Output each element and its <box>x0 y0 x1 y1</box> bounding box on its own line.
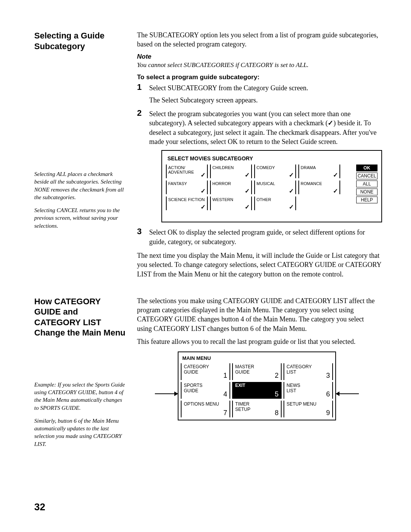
main-menu-button[interactable]: EXIT5 <box>232 382 282 399</box>
main-menu-button-number: 7 <box>223 409 227 417</box>
section2-body: The selections you make using CATEGORY G… <box>137 296 377 453</box>
subcategory-label: MUSICAL <box>256 181 275 186</box>
main-menu-button[interactable]: CATEGORY GUIDE1 <box>181 363 230 380</box>
left-margin-column: Selecting a Guide Subcategory Selecting … <box>34 30 126 283</box>
section1-after-steps: The next time you display the Main Menu,… <box>137 251 382 279</box>
help-button[interactable]: HELP <box>356 197 378 203</box>
subcategory-label: HORROR <box>212 181 231 186</box>
subcategory-option[interactable]: MUSICAL✓ <box>254 181 296 194</box>
subcat-button-column: OK CANCEL ALL NONE HELP <box>356 165 378 210</box>
main-menu-button-number: 8 <box>275 409 279 417</box>
main-menu-button-label: NEWS LIST <box>287 383 300 393</box>
step1-text-a: Select SUBCATEGORY from the Category Gui… <box>149 83 382 93</box>
subcategory-option[interactable]: ROMANCE✓ <box>298 181 340 194</box>
checkmark-icon: ✓ <box>333 172 338 179</box>
section2-p1: The selections you make using CATEGORY G… <box>137 296 377 333</box>
main-menu-button-number: 1 <box>223 372 227 380</box>
main-menu-button[interactable]: TIMER SETUP8 <box>232 401 282 417</box>
step-3: Select OK to display the selected progra… <box>137 228 382 246</box>
main-menu-button-label: SPORTS GUIDE <box>184 383 202 393</box>
subcat-grid-wrap: ACTION/ ADVENTURE✓CHILDREN✓COMEDY✓DRAMA✓… <box>166 165 378 210</box>
subcategory-option[interactable]: HORROR✓ <box>210 181 252 194</box>
arrow-right-icon <box>336 393 359 394</box>
checkmark-icon: ✓ <box>333 188 338 195</box>
ok-button[interactable]: OK <box>356 165 378 171</box>
step3-text: Select OK to display the selected progra… <box>149 228 382 246</box>
main-menu-title: MAIN MENU <box>182 355 333 361</box>
main-menu-button-number: 5 <box>275 390 279 398</box>
section2-p2: This feature allows you to recall the la… <box>137 337 377 346</box>
step-1: Select SUBCATEGORY from the Category Gui… <box>137 83 382 105</box>
manual-page: Selecting a Guide Subcategory Selecting … <box>0 0 411 532</box>
subcategory-label: CHILDREN <box>212 165 234 170</box>
main-menu-button-number: 3 <box>326 372 330 380</box>
subcat-screen-title: SELECT MOVIES SUBCATEGORY <box>167 155 378 161</box>
checkmark-icon: ✓ <box>289 172 294 179</box>
main-menu-button-label: TIMER SETUP <box>235 401 250 412</box>
main-menu-button-label: MASTER GUIDE <box>235 364 254 375</box>
step2-text: Select the program subcategories you wan… <box>149 109 382 146</box>
subcategory-option[interactable]: CHILDREN✓ <box>210 165 252 178</box>
checkmark-icon: ✓ <box>289 204 294 211</box>
section-category-guide-list: How CATEGORY GUIDE and CATEGORY LIST Cha… <box>34 296 377 453</box>
checkmark-icon: ✓ <box>201 188 206 195</box>
section1-body: The SUBCATEGORY option lets you select f… <box>137 30 382 283</box>
main-menu-button-label: SETUP MENU <box>287 401 316 407</box>
main-menu-button[interactable]: NEWS LIST6 <box>284 382 333 399</box>
step1-text-b: The Select Subcategory screen appears. <box>149 96 382 105</box>
main-menu-button[interactable]: SPORTS GUIDE4 <box>181 382 230 399</box>
main-menu-button[interactable]: SETUP MENU9 <box>284 401 333 417</box>
page-number: 32 <box>34 501 45 513</box>
subcategory-label: DRAMA <box>301 165 316 170</box>
main-menu-button-number: 6 <box>326 390 330 398</box>
main-menu-illustration: MAIN MENU CATEGORY GUIDE1MASTER GUIDE2CA… <box>137 351 377 420</box>
subcategory-option[interactable]: OTHER✓ <box>254 197 296 210</box>
main-menu-button-label: CATEGORY GUIDE <box>184 364 209 375</box>
arrow-left-icon <box>155 393 178 394</box>
main-menu-button-number: 4 <box>223 390 227 398</box>
checkmark-icon: ✓ <box>245 188 250 195</box>
main-menu-screen: MAIN MENU CATEGORY GUIDE1MASTER GUIDE2CA… <box>178 351 336 420</box>
steps-list: Select SUBCATEGORY from the Category Gui… <box>137 83 382 246</box>
main-menu-button-label: EXIT <box>235 383 245 388</box>
checkmark-icon: ✓ <box>245 172 250 179</box>
cancel-button[interactable]: CANCEL <box>356 173 378 179</box>
subcategory-options-grid: ACTION/ ADVENTURE✓CHILDREN✓COMEDY✓DRAMA✓… <box>166 165 340 210</box>
sidenote-example-sports: Example: If you select the Sports Guide … <box>34 381 126 412</box>
none-button[interactable]: NONE <box>356 189 378 195</box>
main-menu-grid: CATEGORY GUIDE1MASTER GUIDE2CATEGORY LIS… <box>181 363 333 417</box>
note-label: Note <box>137 53 382 61</box>
checkmark-icon: ✓ <box>201 172 206 179</box>
checkmark-icon: ✓ <box>289 188 294 195</box>
main-menu-button-number: 2 <box>275 372 279 380</box>
step2-part-a: Select the program subcategories you wan… <box>149 110 350 127</box>
subcategory-option[interactable]: SCIENCE FICTION✓ <box>166 197 208 210</box>
subcategory-label: COMEDY <box>256 165 275 170</box>
subcategory-option[interactable]: COMEDY✓ <box>254 165 296 178</box>
sidenote-similarly: Similarly, button 6 of the Main Menu aut… <box>34 417 126 448</box>
main-menu-button[interactable]: MASTER GUIDE2 <box>232 363 282 380</box>
subcategory-option[interactable]: DRAMA✓ <box>298 165 340 178</box>
section1-intro: The SUBCATEGORY option lets you select f… <box>137 30 382 49</box>
subcategory-label: OTHER <box>256 197 271 202</box>
sidenote-all-none: Selecting ALL places a checkmark beside … <box>34 170 126 201</box>
section-selecting-subcategory: Selecting a Guide Subcategory Selecting … <box>34 30 377 283</box>
note-text: You cannot select SUBCATEGORIES if CATEG… <box>137 61 382 69</box>
main-menu-button[interactable]: OPTIONS MENU7 <box>181 401 230 417</box>
main-menu-button[interactable]: CATEGORY LIST3 <box>284 363 333 380</box>
section2-heading: How CATEGORY GUIDE and CATEGORY LIST Cha… <box>34 296 126 338</box>
subcategory-label: ACTION/ ADVENTURE <box>168 165 194 174</box>
main-menu-button-label: CATEGORY LIST <box>287 364 312 375</box>
checkmark-icon: ✓ <box>328 119 333 127</box>
subcategory-label: SCIENCE FICTION <box>168 197 205 202</box>
main-menu-button-label: OPTIONS MENU <box>184 401 219 407</box>
subcategory-option[interactable]: ACTION/ ADVENTURE✓ <box>166 165 208 178</box>
all-button[interactable]: ALL <box>356 181 378 187</box>
main-menu-button-number: 9 <box>326 409 330 417</box>
checkmark-icon: ✓ <box>201 204 206 211</box>
subcategory-option[interactable]: FANTASY✓ <box>166 181 208 194</box>
subcategory-label: FANTASY <box>168 181 187 186</box>
subcategory-option[interactable]: WESTERN✓ <box>210 197 252 210</box>
section1-subhead: To select a program guide subcategory: <box>137 73 382 81</box>
section1-heading: Selecting a Guide Subcategory <box>34 30 126 51</box>
